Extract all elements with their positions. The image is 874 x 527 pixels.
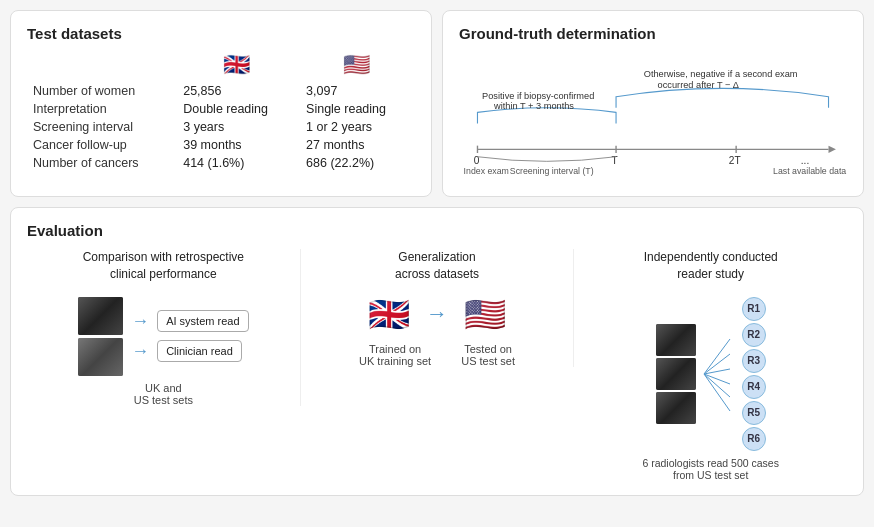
row-label: Screening interval bbox=[27, 118, 175, 136]
clinician-box: Clinician read bbox=[157, 340, 242, 362]
row-uk: 39 months bbox=[175, 136, 298, 154]
row-us: 27 months bbox=[298, 136, 415, 154]
mammo-img-top bbox=[78, 297, 123, 335]
svg-text:Index exam: Index exam bbox=[464, 166, 509, 176]
ai-arrow-group: → AI system read bbox=[131, 310, 248, 332]
reader-bubble: R5 bbox=[742, 401, 766, 425]
evaluation-title: Evaluation bbox=[27, 222, 847, 239]
svg-text:Otherwise, negative if a secon: Otherwise, negative if a second exam bbox=[644, 69, 798, 79]
clinician-arrow-group: → Clinician read bbox=[131, 340, 242, 362]
flag-us: 🇺🇸 bbox=[298, 52, 415, 82]
ai-system-box: AI system read bbox=[157, 310, 248, 332]
evaluation-card: Evaluation Comparison with retrospective… bbox=[10, 207, 864, 496]
uk-us-label: UK andUS test sets bbox=[134, 382, 193, 406]
generalization-title: Generalizationacross datasets bbox=[395, 249, 479, 283]
row-label: Cancer follow-up bbox=[27, 136, 175, 154]
tested-label: Tested onUS test set bbox=[461, 343, 515, 367]
mammo-stack-reader bbox=[656, 324, 696, 424]
svg-text:Last available data: Last available data bbox=[773, 166, 846, 176]
svg-text:...: ... bbox=[801, 155, 809, 166]
reader-bubbles: R1R2R3R4R5R6 bbox=[742, 297, 766, 451]
svg-text:occurred after T − Δ: occurred after T − Δ bbox=[658, 80, 739, 90]
reader-note: 6 radiologists read 500 casesfrom US tes… bbox=[642, 457, 779, 481]
ground-truth-title: Ground-truth determination bbox=[459, 25, 847, 42]
row-uk: 414 (1.6%) bbox=[175, 154, 298, 172]
reader-mammo-2 bbox=[656, 358, 696, 390]
reader-mammo-3 bbox=[656, 392, 696, 424]
reader-bubble: R3 bbox=[742, 349, 766, 373]
test-datasets-card: Test datasets 🇬🇧 🇺🇸 Number of women 25,8… bbox=[10, 10, 432, 197]
eval-section-comparison: Comparison with retrospectiveclinical pe… bbox=[27, 249, 301, 406]
main-grid: Test datasets 🇬🇧 🇺🇸 Number of women 25,8… bbox=[10, 10, 864, 496]
ground-truth-card: Ground-truth determination 0 T 2T ... In… bbox=[442, 10, 864, 197]
trained-label: Trained onUK training set bbox=[359, 343, 431, 367]
reader-bubble: R4 bbox=[742, 375, 766, 399]
row-us: 3,097 bbox=[298, 82, 415, 100]
gen-arrow: → bbox=[426, 301, 448, 327]
row-uk: 3 years bbox=[175, 118, 298, 136]
svg-marker-1 bbox=[829, 146, 836, 153]
svg-text:2T: 2T bbox=[729, 155, 741, 166]
svg-text:Positive if biopsy-confirmed: Positive if biopsy-confirmed bbox=[482, 91, 594, 101]
row-uk: 25,856 bbox=[175, 82, 298, 100]
table-row: Interpretation Double reading Single rea… bbox=[27, 100, 415, 118]
svg-text:0: 0 bbox=[474, 155, 480, 166]
row-label: Interpretation bbox=[27, 100, 175, 118]
eval-section-reader: Independently conductedreader study bbox=[574, 249, 847, 481]
reader-title: Independently conductedreader study bbox=[644, 249, 778, 283]
test-datasets-title: Test datasets bbox=[27, 25, 415, 42]
gt-diagram: 0 T 2T ... Index exam Screening interval… bbox=[459, 52, 847, 182]
reader-diagram: R1R2R3R4R5R6 bbox=[656, 297, 766, 451]
flag-us-gen: 🇺🇸 bbox=[464, 297, 506, 331]
row-us: 686 (22.2%) bbox=[298, 154, 415, 172]
eval-section-generalization: Generalizationacross datasets 🇬🇧 → 🇺🇸 Tr… bbox=[301, 249, 575, 367]
svg-text:Screening interval (T): Screening interval (T) bbox=[510, 166, 594, 176]
flag-uk: 🇬🇧 bbox=[175, 52, 298, 82]
svg-line-20 bbox=[704, 374, 730, 397]
row-uk: Double reading bbox=[175, 100, 298, 118]
reader-mammo-1 bbox=[656, 324, 696, 356]
table-row: Number of cancers 414 (1.6%) 686 (22.2%) bbox=[27, 154, 415, 172]
gen-diagram: 🇬🇧 → 🇺🇸 bbox=[368, 297, 506, 331]
svg-text:within T + 3 months: within T + 3 months bbox=[493, 101, 574, 111]
table-row: Cancer follow-up 39 months 27 months bbox=[27, 136, 415, 154]
row-label: Number of women bbox=[27, 82, 175, 100]
row-us: Single reading bbox=[298, 100, 415, 118]
eval-sections: Comparison with retrospectiveclinical pe… bbox=[27, 249, 847, 481]
mammo-img-bottom bbox=[78, 338, 123, 376]
table-row: Screening interval 3 years 1 or 2 years bbox=[27, 118, 415, 136]
comparison-title: Comparison with retrospectiveclinical pe… bbox=[83, 249, 244, 283]
row-label: Number of cancers bbox=[27, 154, 175, 172]
reader-bubble: R2 bbox=[742, 323, 766, 347]
flag-uk-gen: 🇬🇧 bbox=[368, 297, 410, 331]
reader-bubble: R6 bbox=[742, 427, 766, 451]
reader-bubble: R1 bbox=[742, 297, 766, 321]
mammo-images bbox=[78, 297, 123, 376]
svg-line-21 bbox=[704, 374, 730, 411]
svg-text:T: T bbox=[611, 155, 617, 166]
test-datasets-table: 🇬🇧 🇺🇸 Number of women 25,856 3,097 Inter… bbox=[27, 52, 415, 172]
table-row: Number of women 25,856 3,097 bbox=[27, 82, 415, 100]
row-us: 1 or 2 years bbox=[298, 118, 415, 136]
